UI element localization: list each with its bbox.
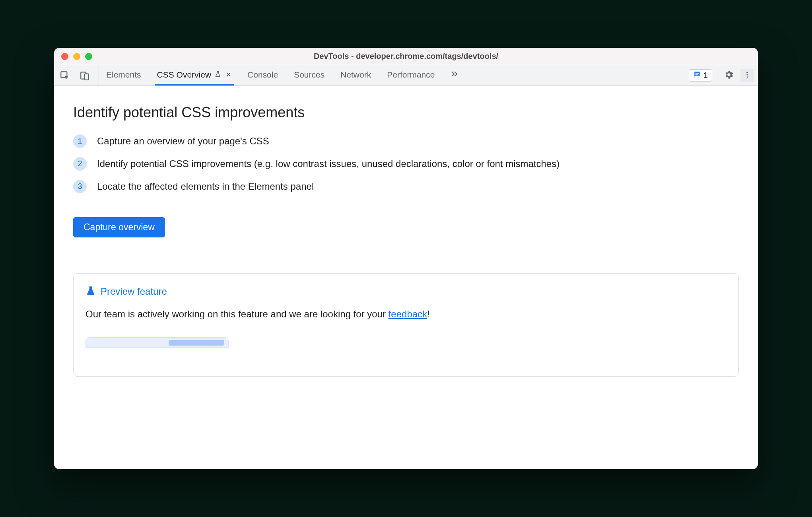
tab-css-overview[interactable]: CSS Overview ✕ <box>155 65 234 86</box>
preview-title: Preview feature <box>101 286 167 297</box>
tab-elements[interactable]: Elements <box>104 65 144 86</box>
tab-label: Sources <box>294 70 324 80</box>
traffic-lights <box>61 53 92 60</box>
step-text: Capture an overview of your page's CSS <box>97 134 269 148</box>
preview-body-suffix: ! <box>427 309 430 319</box>
tab-strip: Elements CSS Overview ✕ Console Sources … <box>104 65 689 86</box>
capture-overview-button[interactable]: Capture overview <box>73 217 165 237</box>
step-number: 3 <box>73 180 87 193</box>
tab-network[interactable]: Network <box>338 65 373 86</box>
page-heading: Identify potential CSS improvements <box>73 104 739 121</box>
step-item: 2 Identify potential CSS improvements (e… <box>73 157 739 171</box>
step-text: Locate the affected elements in the Elem… <box>97 180 314 194</box>
close-tab-icon[interactable]: ✕ <box>225 70 231 79</box>
toolbar-left <box>58 65 99 86</box>
titlebar: DevTools - developer.chrome.com/tags/dev… <box>54 48 758 65</box>
maximize-window-button[interactable] <box>85 53 92 60</box>
svg-point-5 <box>746 72 748 73</box>
preview-body-text: Our team is actively working on this fea… <box>85 309 389 319</box>
preview-header: Preview feature <box>85 286 727 297</box>
steps-list: 1 Capture an overview of your page's CSS… <box>73 134 739 193</box>
svg-rect-4 <box>695 74 698 75</box>
issues-button[interactable]: 1 <box>689 69 712 82</box>
tab-label: Elements <box>106 70 141 80</box>
tab-label: Performance <box>387 70 435 80</box>
devtools-toolbar: Elements CSS Overview ✕ Console Sources … <box>54 65 758 86</box>
flask-icon <box>85 286 96 297</box>
step-item: 1 Capture an overview of your page's CSS <box>73 134 739 148</box>
settings-button[interactable] <box>722 68 736 83</box>
more-options-button[interactable] <box>740 69 754 82</box>
issues-count: 1 <box>703 71 708 80</box>
feedback-link[interactable]: feedback <box>389 309 427 319</box>
flask-icon <box>214 70 221 80</box>
kebab-icon <box>743 71 751 80</box>
tab-label: Network <box>340 70 371 80</box>
more-tabs-button[interactable] <box>448 65 461 86</box>
minimize-window-button[interactable] <box>73 53 80 60</box>
preview-feature-card: Preview feature Our team is actively wor… <box>73 273 739 377</box>
step-item: 3 Locate the affected elements in the El… <box>73 180 739 194</box>
svg-rect-2 <box>85 74 89 80</box>
svg-point-6 <box>746 74 748 75</box>
inspect-icon[interactable] <box>58 69 72 82</box>
window-title: DevTools - developer.chrome.com/tags/dev… <box>54 52 758 61</box>
nested-card-preview <box>85 337 229 348</box>
chevron-double-right-icon <box>450 69 459 81</box>
preview-body: Our team is actively working on this fea… <box>85 309 727 320</box>
tab-label: Console <box>247 70 278 80</box>
message-icon <box>693 70 701 80</box>
tab-console[interactable]: Console <box>245 65 280 86</box>
svg-rect-3 <box>695 73 699 74</box>
step-text: Identify potential CSS improvements (e.g… <box>97 157 559 171</box>
tab-sources[interactable]: Sources <box>291 65 327 86</box>
close-window-button[interactable] <box>61 53 68 60</box>
svg-point-7 <box>746 76 748 78</box>
device-toggle-icon[interactable] <box>78 69 91 82</box>
toolbar-right: 1 <box>689 65 754 86</box>
panel-content: Identify potential CSS improvements 1 Ca… <box>54 86 758 469</box>
devtools-window: DevTools - developer.chrome.com/tags/dev… <box>54 48 758 469</box>
gear-icon <box>724 70 734 82</box>
step-number: 2 <box>73 157 87 171</box>
tab-label: CSS Overview <box>157 70 212 80</box>
divider <box>717 70 717 81</box>
step-number: 1 <box>73 134 87 148</box>
tab-performance[interactable]: Performance <box>385 65 437 86</box>
